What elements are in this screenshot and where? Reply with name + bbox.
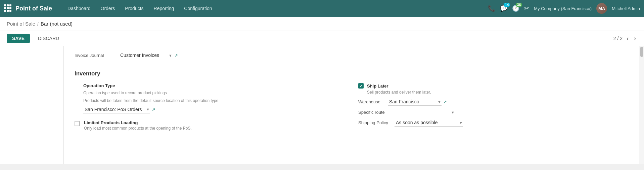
warehouse-row: Warehouse San Francisco ▼ ↗ bbox=[358, 98, 629, 106]
specific-route-select[interactable] bbox=[388, 108, 455, 116]
menu-item-configuration[interactable]: Configuration bbox=[179, 3, 217, 14]
shipping-policy-row: Shipping Policy As soon as possible When… bbox=[358, 119, 629, 127]
user-avatar[interactable]: MA bbox=[596, 3, 607, 14]
invoice-journal-row: Invoice Journal Customer Invoices Vendor… bbox=[75, 52, 629, 59]
ship-later-desc: Sell products and deliver them later. bbox=[367, 90, 629, 95]
limited-products-desc: Only load most common products at the op… bbox=[84, 126, 192, 131]
invoice-journal-select[interactable]: Customer Invoices Vendor Bills Cash Bank bbox=[119, 52, 173, 59]
specific-route-label: Specific route bbox=[358, 110, 385, 115]
specific-route-select-wrap: ▼ bbox=[388, 108, 455, 116]
scrollbar[interactable] bbox=[639, 46, 644, 164]
clock-icon[interactable]: 🕐 36 bbox=[512, 5, 519, 12]
invoice-journal-select-wrap: Customer Invoices Vendor Bills Cash Bank… bbox=[119, 52, 178, 59]
warehouse-external-link-icon[interactable]: ↗ bbox=[443, 99, 447, 104]
scrollbar-thumb[interactable] bbox=[640, 47, 643, 57]
next-record-button[interactable]: › bbox=[633, 34, 637, 43]
tools-icon[interactable]: ✂ bbox=[524, 5, 529, 12]
warehouse-select[interactable]: San Francisco bbox=[388, 98, 442, 106]
warehouse-label: Warehouse bbox=[358, 99, 385, 104]
action-bar: SAVE DISCARD 2 / 2 ‹ › bbox=[0, 31, 644, 46]
specific-route-row: Specific route ▼ bbox=[358, 108, 629, 116]
chat-badge: 14 bbox=[504, 3, 510, 7]
app-grid-icon[interactable] bbox=[4, 4, 12, 12]
main-menu: Dashboard Orders Products Reporting Conf… bbox=[63, 3, 487, 14]
limited-products-text: Limited Products Loading Only load most … bbox=[84, 120, 192, 131]
inventory-section: Inventory Operation Type Operation type … bbox=[75, 70, 629, 131]
main-content: Invoice Journal Customer Invoices Vendor… bbox=[64, 46, 639, 164]
limited-products-label: Limited Products Loading bbox=[84, 120, 192, 125]
menu-item-dashboard[interactable]: Dashboard bbox=[63, 3, 95, 14]
avatar-initials: MA bbox=[596, 3, 607, 14]
ship-later-title: Ship Later bbox=[367, 83, 388, 89]
top-navigation: Point of Sale Dashboard Orders Products … bbox=[0, 0, 644, 17]
section-divider bbox=[75, 64, 629, 64]
pagination-text: 2 / 2 bbox=[613, 36, 623, 41]
limited-products-checkbox-wrap bbox=[75, 121, 80, 126]
operation-type-label: Operation Type bbox=[83, 83, 115, 88]
ship-later-section: Ship Later Sell products and deliver the… bbox=[358, 83, 629, 127]
breadcrumb-parent[interactable]: Point of Sale bbox=[7, 21, 35, 27]
inventory-heading: Inventory bbox=[75, 70, 629, 77]
breadcrumb-separator: / bbox=[37, 21, 39, 27]
operation-type-header-row: Operation Type bbox=[75, 83, 345, 89]
limited-products-row: Limited Products Loading Only load most … bbox=[75, 120, 345, 131]
ship-later-checkbox[interactable] bbox=[358, 83, 364, 89]
inventory-grid: Operation Type Operation type used to re… bbox=[75, 83, 629, 131]
content-area: Invoice Journal Customer Invoices Vendor… bbox=[0, 46, 644, 164]
limited-products-checkbox[interactable] bbox=[75, 121, 80, 126]
menu-item-products[interactable]: Products bbox=[120, 3, 148, 14]
inventory-left-col: Operation Type Operation type used to re… bbox=[75, 83, 345, 131]
menu-item-orders[interactable]: Orders bbox=[96, 3, 120, 14]
chat-icon[interactable]: 💬 14 bbox=[500, 5, 507, 12]
breadcrumb-current: Bar (not used) bbox=[41, 21, 73, 27]
discard-button[interactable]: DISCARD bbox=[33, 34, 64, 43]
ship-later-header: Ship Later bbox=[358, 83, 629, 89]
operation-type-select-wrap: San Francisco: PoS Orders ▼ ↗ bbox=[75, 106, 345, 113]
operation-type-block: Operation Type Operation type used to re… bbox=[75, 83, 345, 113]
app-brand[interactable]: Point of Sale bbox=[15, 5, 52, 12]
invoice-journal-label: Invoice Journal bbox=[75, 53, 115, 58]
operation-type-select[interactable]: San Francisco: PoS Orders bbox=[83, 106, 150, 113]
save-button[interactable]: SAVE bbox=[7, 34, 30, 43]
prev-record-button[interactable]: ‹ bbox=[625, 34, 630, 43]
phone-icon[interactable]: 📞 bbox=[488, 5, 495, 12]
shipping-policy-select-wrap: As soon as possible When all products ar… bbox=[395, 119, 463, 127]
menu-item-reporting[interactable]: Reporting bbox=[149, 3, 179, 14]
warehouse-select-wrap: San Francisco ▼ ↗ bbox=[388, 98, 447, 106]
invoice-journal-external-link-icon[interactable]: ↗ bbox=[174, 53, 178, 58]
inventory-right-col: Ship Later Sell products and deliver the… bbox=[358, 83, 629, 131]
operation-type-external-link-icon[interactable]: ↗ bbox=[152, 107, 155, 112]
left-sidebar bbox=[0, 46, 64, 164]
breadcrumb: Point of Sale / Bar (not used) bbox=[0, 17, 644, 31]
operation-type-desc2: Products will be taken from the default … bbox=[75, 98, 345, 104]
operation-type-spacer bbox=[75, 83, 80, 89]
shipping-policy-select[interactable]: As soon as possible When all products ar… bbox=[395, 119, 463, 127]
shipping-policy-label: Shipping Policy bbox=[358, 120, 392, 125]
topnav-right-section: 📞 💬 14 🕐 36 ✂ My Company (San Francisco)… bbox=[488, 3, 640, 14]
company-name[interactable]: My Company (San Francisco) bbox=[534, 6, 592, 11]
pagination-area: 2 / 2 ‹ › bbox=[613, 34, 637, 43]
username[interactable]: Mitchell Admin bbox=[612, 6, 640, 11]
operation-type-desc1: Operation type used to record product pi… bbox=[75, 90, 345, 96]
clock-badge: 36 bbox=[516, 3, 522, 7]
